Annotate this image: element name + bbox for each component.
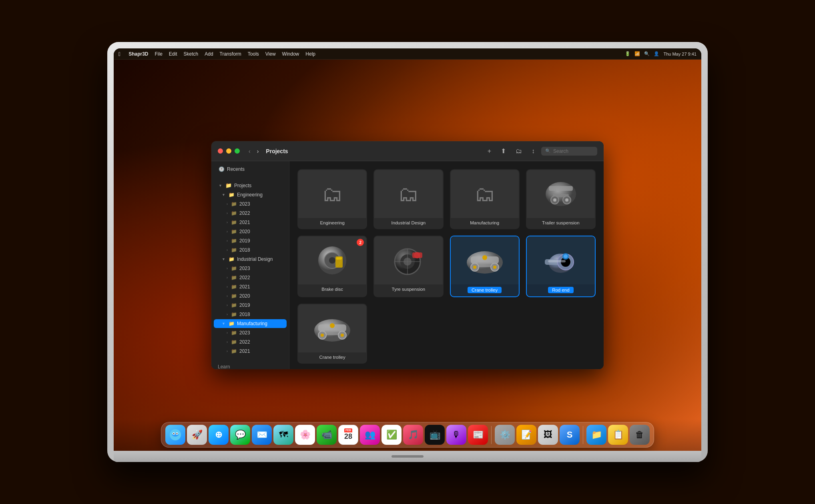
eng-2022-folder-icon: 📁 bbox=[231, 210, 237, 216]
sidebar-item-mfg-2022[interactable]: › 📁 2022 bbox=[214, 338, 287, 346]
mfg-2021-expand: › bbox=[227, 349, 228, 353]
sidebar-item-ind-2018[interactable]: › 📁 2018 bbox=[214, 310, 287, 319]
dock-appletv[interactable]: 📺 bbox=[425, 425, 445, 445]
eng-2018-expand: › bbox=[227, 248, 228, 252]
ind-2020-expand: › bbox=[227, 294, 228, 298]
sidebar-item-eng-2019[interactable]: › 📁 2019 bbox=[214, 236, 287, 245]
sort-button[interactable]: ↕ bbox=[528, 146, 538, 156]
card-trailer[interactable]: Trailer suspension bbox=[526, 169, 596, 229]
dock-messages[interactable]: 💬 bbox=[230, 425, 250, 445]
eng-2021-label: 2021 bbox=[239, 220, 250, 225]
dock-podcasts[interactable]: 🎙 bbox=[446, 425, 466, 445]
sidebar-item-projects[interactable]: ▼ 📁 Projects bbox=[214, 181, 287, 190]
sidebar-item-recents[interactable]: 🕐 Recents bbox=[214, 165, 287, 174]
dock-photos[interactable]: 🌸 bbox=[295, 425, 315, 445]
menubar-edit[interactable]: Edit bbox=[169, 51, 177, 57]
maximize-button[interactable] bbox=[235, 148, 240, 154]
dock-finder[interactable] bbox=[165, 425, 185, 445]
sidebar-item-eng-2022[interactable]: › 📁 2022 bbox=[214, 209, 287, 218]
menubar-window[interactable]: Window bbox=[282, 51, 299, 57]
sidebar-item-ind-2023[interactable]: › 📁 2023 bbox=[214, 264, 287, 273]
card-crane-label: Crane trolley bbox=[468, 287, 502, 293]
card-engineering[interactable]: 🗂 Engineering bbox=[297, 169, 367, 229]
engineering-folder-large-icon: 🗂 bbox=[322, 182, 343, 206]
search-input[interactable] bbox=[553, 148, 593, 154]
minimize-button[interactable] bbox=[226, 148, 231, 154]
search-bar[interactable]: 🔍 bbox=[541, 147, 597, 156]
menubar-search-icon[interactable]: 🔍 bbox=[644, 51, 650, 56]
dock-news[interactable]: 📰 bbox=[468, 425, 488, 445]
sidebar-item-ind-2022[interactable]: › 📁 2022 bbox=[214, 273, 287, 282]
dock-pages[interactable]: 📝 bbox=[516, 425, 536, 445]
card-brake[interactable]: 2 Brake disc bbox=[297, 236, 367, 297]
card-crane-label-row: Crane trolley bbox=[451, 284, 519, 296]
sidebar-projects-section: ▼ 📁 Projects ▼ 📁 Engineering bbox=[211, 177, 289, 359]
dock-shapr3d[interactable]: S bbox=[560, 425, 580, 445]
card-crane[interactable]: Crane trolley bbox=[450, 236, 520, 297]
close-button[interactable] bbox=[218, 148, 223, 154]
dock-calendar[interactable]: FEB 28 bbox=[338, 425, 358, 445]
sidebar-item-ind-2020[interactable]: › 📁 2020 bbox=[214, 292, 287, 300]
card-engineering-label-row: Engineering bbox=[298, 218, 366, 228]
sidebar-item-industrial[interactable]: ▼ 📁 Industrial Design bbox=[214, 255, 287, 264]
card-crane2[interactable]: Crane trolley bbox=[297, 304, 367, 364]
learn-label: Learn bbox=[218, 364, 230, 369]
forward-arrow[interactable]: › bbox=[255, 147, 261, 155]
card-crane2-label-row: Crane trolley bbox=[298, 352, 366, 363]
tyre-model-svg bbox=[388, 242, 428, 278]
card-manufacturing[interactable]: 🗂 Manufacturing bbox=[450, 169, 520, 229]
folder-action-button[interactable]: 🗂 bbox=[512, 146, 525, 156]
back-arrow[interactable]: ‹ bbox=[246, 147, 253, 155]
menubar-view[interactable]: View bbox=[265, 51, 276, 57]
apple-menu[interactable]:  bbox=[118, 51, 120, 57]
menubar-user-icon[interactable]: 👤 bbox=[654, 51, 659, 56]
dock-notes[interactable]: 📋 bbox=[608, 425, 628, 445]
dock-contacts[interactable]: 👥 bbox=[360, 425, 380, 445]
ind-2023-expand: › bbox=[227, 266, 228, 270]
menubar-add[interactable]: Add bbox=[205, 51, 213, 57]
dock-new-folder[interactable]: 📁 bbox=[586, 425, 606, 445]
dock-maps[interactable]: 🗺 bbox=[273, 425, 293, 445]
sidebar-item-mfg-2021[interactable]: › 📁 2021 bbox=[214, 347, 287, 356]
svg-point-5 bbox=[553, 198, 556, 202]
dock-facetime[interactable]: 📹 bbox=[317, 425, 337, 445]
svg-rect-21 bbox=[477, 262, 493, 267]
dock-separator-1 bbox=[491, 426, 492, 444]
ind-2018-folder-icon: 📁 bbox=[231, 312, 237, 317]
dock-mail[interactable]: ✉️ bbox=[252, 425, 272, 445]
sidebar-item-eng-2020[interactable]: › 📁 2020 bbox=[214, 227, 287, 236]
menubar-file[interactable]: File bbox=[155, 51, 162, 57]
sidebar-item-eng-2021[interactable]: › 📁 2021 bbox=[214, 218, 287, 227]
sidebar-item-manufacturing[interactable]: ▼ 📁 Manufacturing bbox=[214, 319, 287, 328]
dock-trash[interactable]: 🗑 bbox=[630, 425, 650, 445]
svg-point-24 bbox=[473, 266, 476, 269]
eng-2019-folder-icon: 📁 bbox=[231, 238, 237, 244]
recents-label: Recents bbox=[227, 166, 245, 172]
sidebar-item-ind-2019[interactable]: › 📁 2019 bbox=[214, 301, 287, 310]
dock-settings[interactable]: ⚙️ bbox=[495, 425, 515, 445]
svg-point-32 bbox=[564, 254, 568, 258]
title-bar: ‹ › Projects + ⬆ 🗂 ↕ 🔍 bbox=[211, 141, 604, 161]
menubar-tools[interactable]: Tools bbox=[248, 51, 259, 57]
card-rodend[interactable]: Rod end bbox=[526, 236, 596, 297]
sidebar-item-engineering[interactable]: ▼ 📁 Engineering bbox=[214, 190, 287, 199]
card-tyre[interactable]: Tyre suspension bbox=[373, 236, 443, 297]
menubar-sketch[interactable]: Sketch bbox=[184, 51, 199, 57]
mfg-2021-label: 2021 bbox=[239, 348, 250, 354]
dock-music[interactable]: 🎵 bbox=[403, 425, 423, 445]
menubar-transform[interactable]: Transform bbox=[220, 51, 241, 57]
dock-preview[interactable]: 🖼 bbox=[538, 425, 558, 445]
card-industrial[interactable]: 🗂 Industrial Design bbox=[373, 169, 443, 229]
dock-reminders[interactable]: ✅ bbox=[381, 425, 401, 445]
menubar-help[interactable]: Help bbox=[305, 51, 315, 57]
dock-launchpad[interactable]: 🚀 bbox=[187, 425, 207, 445]
menubar-appname[interactable]: Shapr3D bbox=[128, 51, 148, 57]
add-button[interactable]: + bbox=[484, 146, 494, 156]
sidebar-item-eng-2023[interactable]: › 📁 2023 bbox=[214, 200, 287, 208]
sidebar-item-eng-2018[interactable]: › 📁 2018 bbox=[214, 246, 287, 254]
export-button[interactable]: ⬆ bbox=[498, 146, 509, 156]
sidebar-item-mfg-2023[interactable]: › 📁 2023 bbox=[214, 328, 287, 337]
sidebar-learn[interactable]: Learn bbox=[211, 359, 289, 369]
dock-safari[interactable]: ⊕ bbox=[209, 425, 229, 445]
sidebar-item-ind-2021[interactable]: › 📁 2021 bbox=[214, 282, 287, 291]
